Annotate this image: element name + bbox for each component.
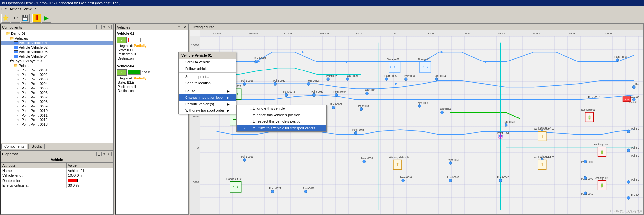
toolbar-btn-2[interactable]: ↩ <box>11 14 20 23</box>
svg-text:Point-0030: Point-0030 <box>273 79 285 82</box>
tree-item-demo01[interactable]: 📁 Demo-01 <box>1 31 113 36</box>
tree-item-vehicle-02[interactable]: Vehicle Vehicle-02 <box>1 45 113 50</box>
vehicle-04-battery-pct: 100 % <box>142 71 150 74</box>
working-station-02-group: Working station 02 T <box>534 127 554 141</box>
toolbar-btn-3[interactable]: 💾 <box>21 14 30 23</box>
tree-item-vehicle-01[interactable]: Vehicle Vehicle-01 <box>1 41 113 45</box>
pause-button[interactable]: ⏸ <box>32 14 41 23</box>
tree-point-0002[interactable]: ○ Point Point-0002 <box>1 72 113 77</box>
submenu-ignore[interactable]: ...to ignore this vehicle <box>237 105 326 112</box>
ctx-send-to-point[interactable]: Send to point... <box>179 73 236 80</box>
menu-file[interactable]: File <box>1 7 7 11</box>
ctx-change-integration[interactable]: Change integration level ▶ <box>179 94 236 101</box>
minimize-properties-btn[interactable]: _ <box>96 152 101 156</box>
svg-text:Point-0056: Point-0056 <box>303 187 315 190</box>
svg-text:Point-0029: Point-0029 <box>346 74 358 78</box>
ctx-pause[interactable]: Pause ▶ <box>179 88 236 94</box>
ruler-top: -25000 -20000 -15000 -10000 -5000 0 5000… <box>200 30 643 36</box>
ctx-follow-vehicle[interactable]: Follow vehicle <box>179 65 236 72</box>
svg-text:Point-0006: Point-0006 <box>631 193 639 197</box>
tree-item-vehicle-03[interactable]: Vehicle Vehicle-03 <box>1 50 113 54</box>
svg-text:Point-0004: Point-0004 <box>631 146 639 150</box>
maximize-properties-btn[interactable]: □ <box>101 152 106 156</box>
ctx-withdraw-label: Withdraw transport order <box>185 108 224 112</box>
svg-text:Goods out 02: Goods out 02 <box>226 177 242 181</box>
tree-item-vehicles-folder[interactable]: 📂 Vehicles <box>1 36 113 41</box>
svg-marker-10 <box>395 83 398 85</box>
tick-0: 0 <box>394 32 396 35</box>
tree-point-0013[interactable]: ○ Point Point-0013 <box>1 122 113 126</box>
vehicle-01-integrated-value: Partially <box>134 44 147 48</box>
tab-blocks[interactable]: Blocks <box>28 144 44 149</box>
maximize-components-btn[interactable]: □ <box>101 25 106 29</box>
submenu-respect[interactable]: ...to respect this vehicle's position <box>237 118 326 125</box>
close-vehicles-btn[interactable]: ✕ <box>182 25 187 29</box>
vehicle-04-dest-row: Destination: - <box>116 89 188 93</box>
tree-point-0003[interactable]: ○ Point Point-0003 <box>1 77 113 81</box>
svg-point-111 <box>632 85 635 89</box>
svg-text:Point-0038: Point-0038 <box>358 104 370 108</box>
tab-components[interactable]: Components <box>1 144 27 149</box>
toolbar-btn-1[interactable]: ⭐ <box>1 14 10 23</box>
svg-marker-8 <box>441 51 444 53</box>
minimize-components-btn[interactable]: _ <box>96 25 101 29</box>
svg-marker-9 <box>485 61 488 63</box>
map-panel-header: Driving course 1 <box>190 24 643 30</box>
svg-text:Point-0052: Point-0052 <box>417 101 429 105</box>
menu-actions[interactable]: Actions <box>10 7 21 11</box>
tree-point-0005[interactable]: ○ Point Point-0005 <box>1 86 113 90</box>
tree-item-vehicle-04[interactable]: Vehicle Vehicle-04 <box>1 54 113 59</box>
tree-point-0012[interactable]: ○ Point Point-0012 <box>1 117 113 122</box>
close-components-btn[interactable]: ✕ <box>107 25 112 29</box>
svg-text:🔋: 🔋 <box>600 183 604 188</box>
tree-point-0008[interactable]: ○ Point Point-0008 <box>1 99 113 104</box>
tree-point-0007[interactable]: ○ Point Point-0007 <box>1 95 113 99</box>
menu-view[interactable]: View <box>24 7 32 11</box>
goods-out-02-group: Goods out 02 ⟷ <box>226 177 242 192</box>
svg-point-25 <box>366 92 369 95</box>
minimize-vehicles-btn[interactable]: _ <box>172 25 176 29</box>
vehicles-divider <box>116 62 188 62</box>
svg-text:Working station 03: Working station 03 <box>534 155 554 159</box>
ctx-withdraw[interactable]: Withdraw transport order ▶ <box>179 107 236 114</box>
ctx-sep-1 <box>179 72 236 73</box>
prop-attr-length: Vehicle length <box>1 173 67 178</box>
svg-marker-6 <box>302 51 304 53</box>
components-panel-controls: _ □ ✕ <box>96 25 112 29</box>
ctx-scroll-to-vehicle[interactable]: Scroll to vehicle <box>179 59 236 65</box>
svg-point-131 <box>584 176 587 180</box>
tree-item-points-folder[interactable]: 📂 Points <box>1 63 113 68</box>
tree-point-0010[interactable]: ○ Point Point-0010 <box>1 108 113 113</box>
svg-text:Vehicle-01: Vehicle-01 <box>628 101 638 103</box>
submenu-ignore-check <box>243 107 248 110</box>
submenu-utilize-check: ✓ <box>243 126 248 130</box>
svg-text:🔋: 🔋 <box>587 115 591 120</box>
tree-point-0009[interactable]: ○ Point Point-0009 <box>1 104 113 108</box>
svg-marker-5 <box>257 61 260 63</box>
components-panel-header: Components _ □ ✕ <box>1 24 113 30</box>
close-properties-btn[interactable]: ✕ <box>107 152 112 156</box>
tree-point-0006[interactable]: ○ Point Point-0006 <box>1 90 113 95</box>
svg-point-116 <box>627 196 630 200</box>
svg-point-16 <box>327 78 330 81</box>
menu-bar: File Actions View ? <box>0 6 644 12</box>
tree-point-0011[interactable]: ○ Point Point-0011 <box>1 113 113 117</box>
properties-panel: Properties _ □ ✕ Vehicle Attribute Value <box>0 151 114 215</box>
ctx-send-to-location[interactable]: Send to location... <box>179 80 236 86</box>
submenu-notice[interactable]: ...to notice this vehicle's position <box>237 112 326 118</box>
context-menu-header: Vehicle Vehicle-01 <box>179 52 236 59</box>
tree-point-0004[interactable]: ○ Point Point-0004 <box>1 81 113 86</box>
color-swatch[interactable] <box>68 179 78 182</box>
svg-text:Point-0005: Point-0005 <box>631 178 639 181</box>
recharge-02-group: Recharge 02 🔋 <box>594 143 608 157</box>
submenu-utilize[interactable]: ✓ ...to utilize this vehicle for transpo… <box>237 125 326 131</box>
tree-item-layout[interactable]: 🗺 Layout VLayout-01 <box>1 59 113 63</box>
vehicles-body: Vehicle-01 ✓ Integrated: Partially State… <box>116 30 188 214</box>
play-button[interactable]: ▶ <box>42 14 51 23</box>
menu-help[interactable]: ? <box>34 7 36 11</box>
ctx-reroute[interactable]: Reroute vehicle(s) ▶ <box>179 101 236 107</box>
tree-point-0001[interactable]: ○ Point Point-0001 <box>1 68 113 72</box>
maximize-vehicles-btn[interactable]: □ <box>177 25 181 29</box>
component-tree: 📁 Demo-01 📂 Vehicles Vehicle Vehicle-01 <box>1 30 113 127</box>
vehicle-04-integrated-row: Integrated: Partially <box>116 76 188 80</box>
